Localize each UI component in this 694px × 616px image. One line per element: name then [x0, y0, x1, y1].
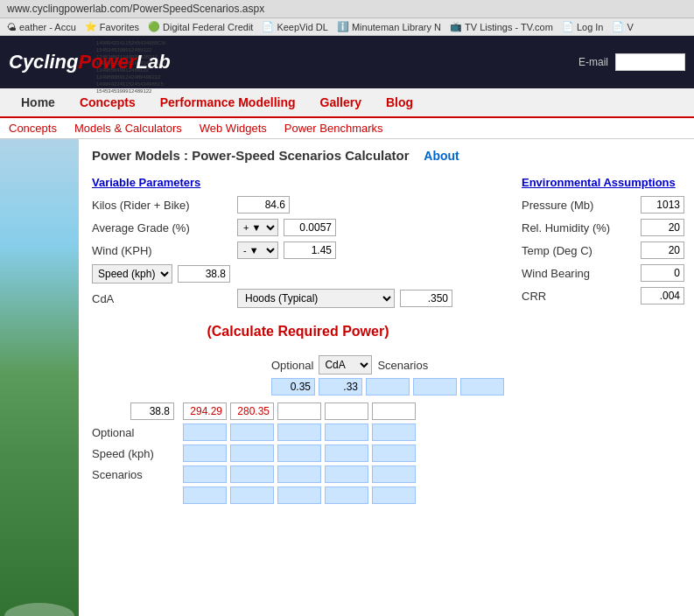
cda-label: CdA — [92, 292, 232, 305]
optional-input-4[interactable] — [325, 424, 368, 441]
speed-row: Speed (kph) Power (W) — [92, 264, 504, 284]
extra-input-2[interactable] — [230, 486, 274, 504]
scenarios-result-1[interactable] — [183, 466, 227, 483]
power-result-5[interactable] — [372, 402, 416, 420]
speed-select-wrap: Speed (kph) Power (W) — [92, 264, 172, 284]
grade-row: Average Grade (%) + ▼ - ▼ — [92, 219, 504, 236]
optional-input-5[interactable] — [372, 424, 416, 441]
main-layout: Variable Parameters Kilos (Rider + Bike)… — [92, 176, 694, 508]
scenario-input-2[interactable] — [319, 378, 362, 396]
bookmark-tv[interactable]: 📺 TV Listings - TV.com — [450, 21, 553, 32]
scenario-input-1[interactable] — [271, 378, 315, 396]
extra-input-4[interactable] — [325, 486, 368, 504]
email-label: E-mail — [578, 56, 608, 68]
optional-input-1[interactable] — [183, 424, 227, 441]
email-input[interactable] — [615, 53, 685, 71]
subnav-widgets[interactable]: Web Widgets — [200, 122, 267, 135]
temp-input[interactable] — [641, 242, 684, 259]
subnav-models[interactable]: Models & Calculators — [74, 122, 182, 135]
power-result-3[interactable] — [277, 402, 321, 420]
humidity-input[interactable] — [641, 219, 684, 236]
power-result-2[interactable] — [230, 402, 274, 420]
scenarios-result-2[interactable] — [230, 466, 274, 483]
optional-row-label: Optional — [92, 426, 179, 439]
nav-blog[interactable]: Blog — [374, 88, 425, 116]
background-image — [0, 139, 79, 616]
speed-input[interactable] — [178, 265, 230, 283]
wind-sign-select[interactable]: - ▼ + ▼ — [237, 242, 278, 259]
bookmarks-bar: 🌤 eather - Accu ⭐ Favorites 🟢 Digital Fe… — [0, 18, 694, 36]
nav-gallery[interactable]: Gallery — [308, 88, 374, 116]
site-logo[interactable]: CyclingPowerLab — [9, 51, 171, 74]
bookmark-federal[interactable]: 🟢 Digital Federal Credit — [148, 21, 253, 32]
optional-label: Optional — [271, 359, 313, 372]
humidity-row: Rel. Humidity (%) — [522, 219, 694, 236]
about-link[interactable]: About — [424, 149, 459, 163]
extra-input-5[interactable] — [372, 486, 416, 504]
cda-value-input[interactable] — [400, 290, 452, 307]
speed-kph-1[interactable] — [183, 444, 227, 462]
bookmark-minuteman[interactable]: ℹ️ Minuteman Library N — [337, 21, 441, 32]
subnav-benchmarks[interactable]: Power Benchmarks — [284, 122, 383, 135]
scenarios-result-5[interactable] — [372, 466, 416, 483]
optional-input-3[interactable] — [277, 424, 321, 441]
scenario-input-row — [92, 378, 504, 396]
kilos-label: Kilos (Rider + Bike) — [92, 199, 232, 212]
wind-bearing-input[interactable] — [641, 264, 684, 282]
grade-sign-select[interactable]: + ▼ - ▼ — [237, 219, 278, 236]
kilos-input[interactable] — [237, 196, 290, 214]
speed-kph-4[interactable] — [325, 444, 368, 462]
scenarios-result-4[interactable] — [325, 466, 368, 483]
nav-home[interactable]: Home — [9, 88, 67, 116]
scenarios-end-label: Scenarios — [377, 359, 428, 372]
wind-input[interactable] — [284, 242, 336, 259]
scenarios-type-select[interactable]: CdA Power Speed — [319, 355, 372, 374]
scenarios-header-row: Optional CdA Power Speed Scenarios — [92, 355, 504, 374]
kilos-row: Kilos (Rider + Bike) — [92, 196, 504, 214]
calculate-button[interactable]: (Calculate Required Power) — [193, 317, 403, 346]
grade-input[interactable] — [284, 219, 336, 236]
speed-kph-2[interactable] — [230, 444, 274, 462]
extra-input-1[interactable] — [183, 486, 227, 504]
speed-kph-3[interactable] — [277, 444, 321, 462]
optional-result-row: Optional — [92, 424, 504, 441]
bookmark-favorites[interactable]: ⭐ Favorites — [85, 21, 139, 32]
page-title: Power Models : Power-Speed Scenarios Cal… — [92, 148, 694, 163]
left-panel: Variable Parameters Kilos (Rider + Bike)… — [92, 176, 504, 508]
bookmark-weather[interactable]: 🌤 eather - Accu — [7, 22, 76, 32]
site-content: Power Models : Power-Speed Scenarios Cal… — [79, 139, 694, 616]
bookmark-keepvid[interactable]: 📄 KeepVid DL — [262, 21, 328, 32]
subnav-concepts[interactable]: Concepts — [9, 122, 57, 135]
bookmark-login[interactable]: 📄 Log In — [562, 21, 604, 32]
speed-kph-5[interactable] — [372, 444, 416, 462]
site-header: 149994224115245434965CN 1545345399912489… — [0, 36, 694, 88]
cda-row: CdA Hoods (Typical) Drops Aero — [92, 289, 504, 308]
wind-label: Wind (KPH) — [92, 244, 232, 257]
pressure-input[interactable] — [641, 196, 684, 214]
logo-cycling: Cycling — [9, 51, 78, 73]
scenarios-section: Optional CdA Power Speed Scenarios — [92, 355, 504, 504]
crr-input[interactable] — [641, 287, 684, 304]
logo-power: Power — [78, 51, 136, 73]
nav-performance[interactable]: Performance Modelling — [148, 88, 308, 116]
scenarios-result-3[interactable] — [277, 466, 321, 483]
extra-input-3[interactable] — [277, 486, 321, 504]
sub-nav: Concepts Models & Calculators Web Widget… — [0, 118, 694, 139]
variable-params-header: Variable Parameters — [92, 176, 504, 189]
scenario-input-5[interactable] — [460, 378, 504, 396]
power-result-4[interactable] — [325, 402, 368, 420]
power-result-1[interactable] — [183, 402, 227, 420]
scenario-input-3[interactable] — [366, 378, 410, 396]
pressure-label: Pressure (Mb) — [522, 199, 635, 212]
speed-main-result[interactable] — [130, 402, 174, 420]
optional-input-2[interactable] — [230, 424, 274, 441]
address-bar: www.cyclingpowerlab.com/PowerSpeedScenar… — [0, 0, 694, 18]
right-panel: Environmental Assumptions Pressure (Mb) … — [522, 176, 694, 508]
speed-type-select[interactable]: Speed (kph) Power (W) — [92, 264, 172, 284]
bookmark-v[interactable]: 📄 V — [612, 21, 633, 32]
wind-bearing-row: Wind Bearing — [522, 264, 694, 282]
cda-position-select[interactable]: Hoods (Typical) Drops Aero — [237, 289, 395, 308]
scenario-input-4[interactable] — [413, 378, 457, 396]
header-right: E-mail — [578, 53, 685, 71]
logo-lab: Lab — [137, 51, 171, 73]
